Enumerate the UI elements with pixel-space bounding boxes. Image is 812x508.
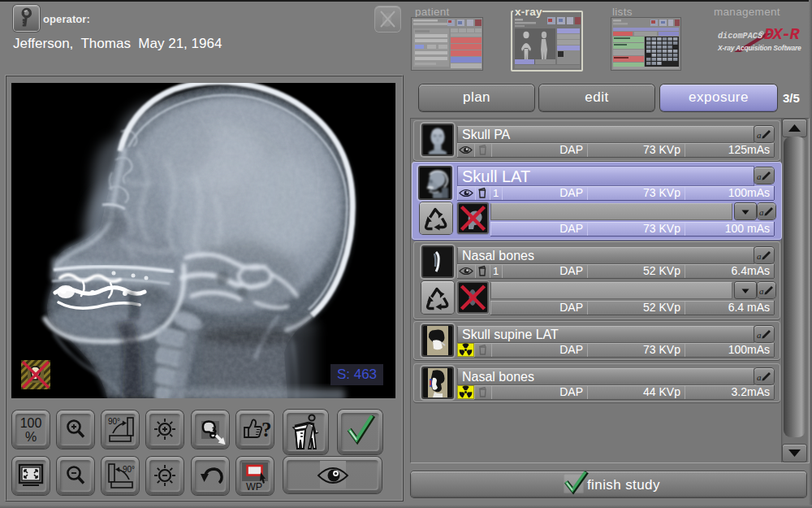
svg-text:a: a: [757, 251, 762, 261]
svg-text:DX-R: DX-R: [764, 25, 801, 44]
svg-text:90°: 90°: [108, 417, 120, 426]
svg-text:X-ray Acquisition Software: X-ray Acquisition Software: [717, 44, 801, 52]
svg-text:WP: WP: [246, 481, 262, 492]
svg-text:a: a: [757, 372, 762, 382]
svg-text:a: a: [757, 330, 762, 340]
svg-text:a: a: [757, 172, 762, 181]
svg-text:a: a: [759, 286, 764, 296]
svg-text:?: ?: [261, 419, 271, 441]
svg-text:dicomPACS: dicomPACS: [718, 32, 763, 41]
svg-text:a: a: [757, 130, 762, 140]
svg-text:a: a: [759, 207, 764, 217]
